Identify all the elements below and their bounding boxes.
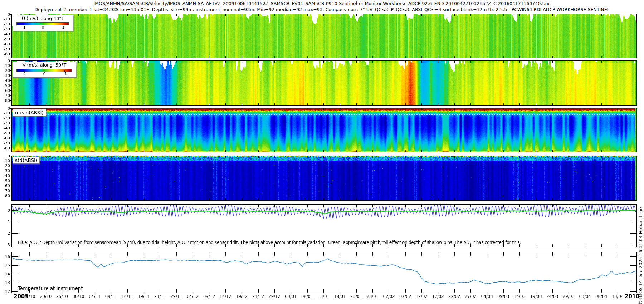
x-axis-date-label: 07/02 xyxy=(397,294,414,299)
y-tick-label: -10 xyxy=(0,63,10,68)
mean-absi-heatmap-canvas xyxy=(12,108,636,152)
y-tick-mark xyxy=(10,128,11,128)
x-axis-date-label: 13/04 xyxy=(609,294,626,299)
figure-title-line1: IMOS/ANMN/SA/SAM5CB/Velocity/IMOS_ANMN-S… xyxy=(0,1,644,6)
y-tick-label: 0 xyxy=(0,154,10,158)
y-tick-mark xyxy=(10,85,11,86)
y-tick-mark xyxy=(10,176,11,176)
u-colorbar-tick: 0 xyxy=(42,25,44,30)
y-tick-label: -60 xyxy=(0,183,10,188)
x-axis-date-label: 24/03 xyxy=(544,294,561,299)
y-tick-label: -20 xyxy=(0,116,10,121)
y-tick-mark xyxy=(10,166,11,166)
std-absi-heatmap-canvas xyxy=(12,156,636,200)
y-tick-label: 0 xyxy=(0,106,10,111)
x-axis-date-label: 04/03 xyxy=(478,294,496,299)
panel-mean-absi-heatmap xyxy=(11,108,637,152)
y-tick-label: -50 xyxy=(0,178,10,183)
x-axis-date-label: 20/10 xyxy=(37,294,54,299)
u-colorbar-tick: 1 xyxy=(62,25,65,30)
y-tick-mark xyxy=(10,133,11,133)
y-tick-label: -30 xyxy=(0,27,10,31)
y-tick-mark xyxy=(10,61,11,61)
y-tick-mark xyxy=(10,196,11,196)
y-tick-label: -50 xyxy=(0,131,10,136)
y-tick-label: -80 xyxy=(0,98,10,103)
y-tick-label: -3 xyxy=(0,242,10,247)
x-axis-date-label: 18/01 xyxy=(331,294,348,299)
y-tick-label: -20 xyxy=(0,22,10,26)
x-axis-date-label: 14/11 xyxy=(119,294,136,299)
figure-title-line2: Deployment 2, member 1 lat=34.93S lon=13… xyxy=(0,7,644,12)
depth-variation-note: Blue: ADCP Depth (m) variation from sens… xyxy=(18,240,521,245)
u-colorbar-tick: -1 xyxy=(22,25,26,30)
imos-copyright-watermark: © IMOS 14-Dec-2025 16:31:04 Hobart time xyxy=(638,157,643,304)
x-axis-date-label: 19/03 xyxy=(527,294,545,299)
y-tick-label: -10 xyxy=(0,111,10,116)
x-axis-year-right: 2010 xyxy=(625,293,640,300)
x-axis-date-label: 08/01 xyxy=(299,294,316,299)
y-tick-label: -70 xyxy=(0,141,10,146)
x-axis-date-label: 08/04 xyxy=(593,294,610,299)
y-tick-label: -30 xyxy=(0,73,10,78)
x-axis-date-label: 09/03 xyxy=(495,294,512,299)
x-axis-date-label: 03/04 xyxy=(576,294,594,299)
panel-u-velocity-heatmap xyxy=(11,14,637,58)
x-axis-date-label: 28/01 xyxy=(364,294,381,299)
y-tick-mark xyxy=(10,100,11,101)
y-tick-label: -40 xyxy=(0,173,10,178)
y-tick-mark xyxy=(10,70,11,71)
x-axis-date-label: 22/02 xyxy=(446,294,463,299)
y-tick-label: -60 xyxy=(0,136,10,141)
y-tick-mark xyxy=(10,191,11,191)
y-tick-label: -60 xyxy=(0,42,10,46)
y-tick-label: 0 xyxy=(0,208,10,213)
x-axis-date-label: 14/12 xyxy=(217,294,234,299)
x-axis-date-label: 19/11 xyxy=(135,294,152,299)
y-tick-label: -40 xyxy=(0,126,10,131)
x-axis-date-label: 09/11 xyxy=(102,294,119,299)
x-axis-date-label: 19/12 xyxy=(233,294,250,299)
y-tick-label: -20 xyxy=(0,163,10,168)
x-axis-date-label: 29/12 xyxy=(266,294,283,299)
y-tick-label: 13 xyxy=(0,280,10,285)
y-tick-mark xyxy=(10,143,11,143)
u-legend-title: U (m/s) along 40°T xyxy=(13,16,73,21)
x-axis-date-label: 23/01 xyxy=(348,294,365,299)
x-axis-date-label: 30/10 xyxy=(70,294,87,299)
y-tick-label: -40 xyxy=(0,32,10,36)
y-tick-mark xyxy=(10,24,11,24)
y-tick-label: 0 xyxy=(0,12,10,17)
y-tick-label: -80 xyxy=(0,52,10,57)
y-tick-mark xyxy=(10,75,11,76)
y-tick-label: -10 xyxy=(0,17,10,21)
y-tick-label: -10 xyxy=(0,158,10,163)
y-tick-label: -70 xyxy=(0,188,10,193)
y-tick-mark xyxy=(10,80,11,81)
v-colorbar-legend: V (m/s) along -50°T -1 0 1 xyxy=(13,62,76,78)
y-tick-mark xyxy=(10,123,11,123)
y-tick-mark xyxy=(10,34,11,34)
adcp-mooring-figure: IMOS/ANMN/SA/SAM5CB/Velocity/IMOS_ANMN-S… xyxy=(0,0,644,304)
v-legend-title: V (m/s) along -50°T xyxy=(13,62,76,68)
y-tick-mark xyxy=(10,54,11,54)
y-tick-mark xyxy=(10,161,11,161)
u-heatmap-canvas xyxy=(12,14,636,58)
panel-std-absi-heatmap xyxy=(11,156,637,201)
x-axis-date-label: 24/11 xyxy=(151,294,169,299)
x-axis-date-label: 04/12 xyxy=(184,294,201,299)
y-tick-mark xyxy=(10,148,11,148)
y-tick-label: 12 xyxy=(0,289,10,294)
temperature-label: Temperature at instrument xyxy=(18,285,83,291)
y-tick-mark xyxy=(10,44,11,44)
y-tick-mark xyxy=(10,14,11,15)
x-axis-year-left: 2009 xyxy=(14,293,29,300)
y-tick-mark xyxy=(10,108,11,109)
x-axis-date-label: 24/12 xyxy=(250,294,267,299)
y-tick-label: -20 xyxy=(0,68,10,73)
x-axis-date-label: 12/02 xyxy=(413,294,430,299)
v-colorbar-tick: 0 xyxy=(43,72,46,76)
y-tick-label: -30 xyxy=(0,168,10,173)
x-axis-date-label: 29/11 xyxy=(168,294,185,299)
temperature-canvas xyxy=(12,252,636,293)
